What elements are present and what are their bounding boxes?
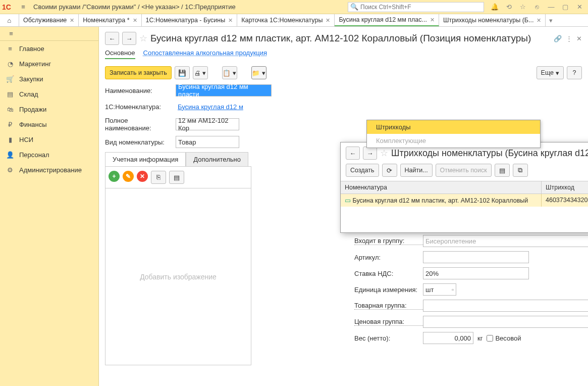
sidebar-item-staff[interactable]: 👤Персонал (0, 147, 98, 162)
label-kind: Вид номенклатуры: (105, 138, 176, 146)
clipboard-button[interactable]: 📋 ▾ (222, 66, 237, 79)
input-pricegroup[interactable]: ▫ (423, 316, 588, 328)
close-page-icon[interactable]: ✕ (576, 35, 582, 42)
sidebar-item-admin[interactable]: ⚙Администрирование (0, 162, 98, 177)
dropdown-item-barcodes[interactable]: Штрихкоды (367, 120, 540, 134)
tab-0[interactable]: Обслуживание✕ (19, 14, 79, 26)
dropdown-item-components[interactable]: Комплектующие (367, 134, 540, 148)
tab-1[interactable]: Номенклатура *✕ (79, 14, 141, 26)
tab-accounting[interactable]: Учетная информация (105, 152, 186, 166)
sidebar-item-nsi[interactable]: ▮НСИ (0, 132, 98, 147)
content-area: ← → ☆ Бусина круглая d12 мм пластик, арт… (99, 27, 588, 386)
sidebar-item-finance[interactable]: ₽Финансы (0, 117, 98, 132)
folder-dropdown-button[interactable]: 📁 ▾ (251, 66, 266, 79)
cart-icon: 🛒 (6, 75, 14, 83)
label-pricegroup: Ценовая группа: (354, 318, 423, 326)
tab-5[interactable]: Штрихкоды номенклатуры (Б...✕ (439, 14, 546, 26)
history-icon[interactable]: ⟲ (502, 2, 515, 13)
add-button[interactable]: + (109, 171, 120, 182)
weight-checkbox[interactable] (487, 335, 493, 342)
cell-barcode: 4603734343205 (542, 194, 588, 207)
link-onec[interactable]: Бусина круглая d12 м (176, 101, 246, 113)
input-kind[interactable]: Товар (176, 136, 239, 148)
popup-back-button[interactable]: ← (346, 147, 360, 160)
help-button[interactable]: ? (567, 66, 582, 79)
book-icon: ▮ (6, 135, 14, 143)
save-and-close-button[interactable]: Записать и закрыть (105, 66, 172, 79)
refresh-button[interactable]: ⟳ (382, 164, 397, 177)
back-button[interactable]: ← (105, 32, 119, 45)
create-button[interactable]: Создать (346, 164, 379, 177)
input-article[interactable] (423, 251, 529, 263)
list-button[interactable]: ▤ (169, 171, 184, 184)
sidebar-item-main[interactable]: ≡Главное (0, 41, 98, 56)
bell-icon[interactable]: 🔔 (488, 2, 501, 13)
popup-favorite-icon[interactable]: ☆ (380, 148, 388, 159)
subtab-alco[interactable]: Сопоставленная алкогольная продукция (143, 49, 268, 59)
search-input[interactable] (360, 4, 482, 11)
tab-close-icon[interactable]: ✕ (228, 17, 233, 24)
sidebar-item-marketing[interactable]: ◔Маркетинг (0, 56, 98, 71)
input-group[interactable]: Бисероплетение▫ (423, 235, 588, 247)
tab-close-icon[interactable]: ✕ (70, 17, 74, 24)
search-icon: 🔍 (350, 3, 358, 11)
label-group: Входит в группу: (354, 237, 423, 245)
bag-icon: 🛍 (6, 105, 14, 113)
sidebar-menu-icon[interactable]: ≡ (5, 28, 17, 40)
tab-close-icon[interactable]: ✕ (430, 17, 435, 23)
titlebar: 1C ≡ Своими руками /"Своими руками" / <Н… (0, 0, 588, 14)
cancel-search-button[interactable]: Отменить поиск (436, 164, 492, 177)
tab-extra[interactable]: Дополнительно (186, 152, 248, 166)
link-icon[interactable]: ⎋ (530, 2, 544, 13)
label-weight: Вес (нетто): (354, 334, 423, 342)
more-button[interactable]: Еще ▾ (537, 66, 564, 79)
tab-4[interactable]: Бусина круглая d12 мм плас...✕ (335, 14, 439, 26)
copy-button[interactable]: ⎘ (151, 171, 166, 184)
input-name[interactable]: Бусина круглая d12 мм пласти (176, 84, 272, 96)
filter-clear-button[interactable]: ⧉ (513, 164, 528, 177)
minimize-icon[interactable]: — (545, 2, 558, 13)
favorite-icon[interactable]: ☆ (139, 33, 147, 44)
home-tab[interactable]: ⌂ (0, 14, 19, 26)
sidebar-item-warehouse[interactable]: ▤Склад (0, 86, 98, 102)
input-pgroup[interactable]: ▫ (423, 300, 588, 312)
global-search[interactable]: 🔍 (348, 2, 484, 12)
edit-button[interactable]: ✎ (123, 171, 134, 182)
input-fullname[interactable]: 12 мм AM12-102 Кор (176, 118, 239, 130)
star-icon[interactable]: ☆ (516, 2, 529, 13)
forward-button[interactable]: → (122, 32, 136, 45)
save-button[interactable]: 💾 (175, 66, 190, 79)
subtab-main[interactable]: Основное (105, 49, 135, 59)
tab-3[interactable]: Карточка 1С:Номенклатуры✕ (237, 14, 335, 26)
find-button[interactable]: Найти... (400, 164, 433, 177)
app-logo: 1C (2, 3, 17, 11)
close-icon[interactable]: ✕ (573, 2, 586, 13)
popup-forward-button[interactable]: → (363, 147, 377, 160)
more-vert-icon[interactable]: ⋮ (566, 35, 572, 42)
label-unit: Единица измерения: (354, 286, 423, 294)
tab-2[interactable]: 1С:Номенклатура - Бусины✕ (142, 14, 238, 26)
person-icon: 👤 (6, 151, 14, 159)
table-row[interactable]: ▭ Бусина круглая d12 мм пластик, арт. AM… (341, 194, 588, 207)
sidebar-item-purchases[interactable]: 🛒Закупки (0, 71, 98, 86)
th-nomenclature[interactable]: Номенклатура (341, 181, 542, 194)
sidebar-item-sales[interactable]: 🛍Продажи (0, 102, 98, 117)
menu-icon[interactable]: ≡ (17, 1, 29, 13)
maximize-icon[interactable]: ▢ (559, 2, 572, 13)
open-icon[interactable]: ▫ (452, 286, 454, 293)
input-vat[interactable]: 20% (423, 267, 529, 279)
tab-close-icon[interactable]: ✕ (326, 17, 330, 24)
tabs-overflow-icon[interactable]: ▾ (546, 14, 556, 26)
tab-close-icon[interactable]: ✕ (133, 17, 137, 24)
weight-check-label: Весовой (495, 334, 521, 342)
input-weight[interactable]: 0,000 (423, 332, 473, 344)
barcode-icon-button[interactable]: ▤ (495, 164, 510, 177)
popup-title: Штрихкоды номенклатуры (Бусина круглая d… (391, 148, 588, 159)
input-unit[interactable]: шт▫ (423, 283, 456, 296)
th-barcode[interactable]: Штрихкод (542, 181, 588, 194)
tab-close-icon[interactable]: ✕ (537, 17, 541, 24)
image-dropzone[interactable]: Добавить изображение (105, 188, 251, 365)
link-icon[interactable]: 🔗 (554, 35, 562, 42)
delete-button[interactable]: ✕ (137, 171, 148, 182)
print-button[interactable]: 🖨 ▾ (193, 66, 208, 79)
